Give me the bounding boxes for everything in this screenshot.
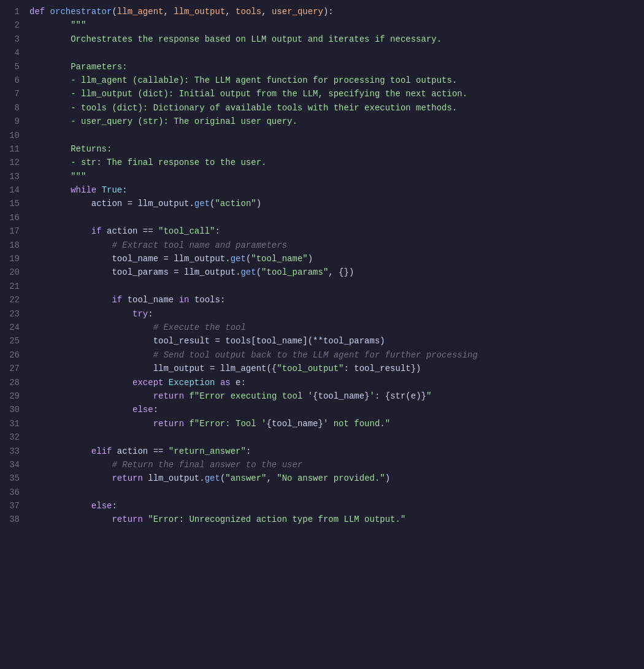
docstring-token: """ bbox=[71, 20, 86, 30]
line-number: 31 bbox=[0, 417, 20, 430]
method-token: get bbox=[231, 254, 246, 264]
plain-token bbox=[29, 226, 91, 236]
str-token: "tool_call" bbox=[158, 226, 215, 236]
line-number: 12 bbox=[0, 156, 20, 169]
line-number: 10 bbox=[0, 129, 20, 142]
docstring-token: - tools (dict): Dictionary of available … bbox=[29, 103, 457, 113]
plain-token: : bbox=[215, 226, 220, 236]
code-content[interactable]: def orchestrator(llm_agent, llm_output, … bbox=[29, 5, 644, 527]
str-token: "answer" bbox=[225, 473, 266, 483]
fstring-token: " bbox=[426, 391, 431, 401]
line-number: 11 bbox=[0, 142, 20, 156]
plain-token bbox=[29, 473, 112, 483]
line-number: 5 bbox=[0, 60, 20, 74]
plain-token: tools: bbox=[194, 295, 225, 305]
code-line bbox=[29, 486, 634, 499]
line-number: 4 bbox=[0, 46, 20, 59]
plain-token: ( bbox=[112, 7, 117, 17]
code-line: - user_query (str): The original user qu… bbox=[29, 115, 634, 128]
code-line: # Return the final answer to the user bbox=[29, 458, 634, 472]
docstring-token: - llm_agent (callable): The LLM agent fu… bbox=[29, 75, 457, 85]
plain-token: {str(e)} bbox=[385, 391, 426, 401]
code-line: tool_result = tools[tool_name](**tool_pa… bbox=[29, 334, 634, 348]
code-line: Parameters: bbox=[29, 60, 634, 74]
plain-token: llm_output = llm_agent({ bbox=[29, 364, 277, 373]
docstring-token: Returns: bbox=[29, 144, 112, 154]
code-line: else: bbox=[29, 499, 634, 513]
line-number: 23 bbox=[0, 307, 20, 321]
line-number: 24 bbox=[0, 321, 20, 334]
fstring-token: f"Error: Tool ' bbox=[189, 419, 266, 429]
plain-token bbox=[29, 295, 112, 305]
plain-token: e: bbox=[231, 378, 246, 388]
code-line: - tools (dict): Dictionary of available … bbox=[29, 101, 634, 115]
line-number: 38 bbox=[0, 513, 20, 526]
kw-token: else bbox=[132, 405, 153, 415]
param-token: llm_agent bbox=[117, 7, 164, 17]
docstring-token: - user_query (str): The original user qu… bbox=[29, 117, 297, 126]
kw-token: while bbox=[71, 185, 101, 195]
plain-token bbox=[29, 185, 71, 195]
code-line bbox=[29, 211, 634, 224]
line-number: 33 bbox=[0, 445, 20, 458]
code-line: """ bbox=[29, 18, 634, 32]
docstring-token: - str: The final response to the user. bbox=[29, 158, 266, 167]
code-line: # Send tool output back to the LLM agent… bbox=[29, 348, 634, 362]
kw-token: in bbox=[179, 295, 194, 305]
line-number: 16 bbox=[0, 211, 20, 224]
code-line bbox=[29, 430, 634, 444]
plain-token: tool_result = tools[tool_name](**tool_pa… bbox=[29, 336, 385, 346]
kw-token: return bbox=[112, 514, 148, 524]
fstring-token: f"Error executing tool ' bbox=[189, 391, 313, 401]
line-number: 36 bbox=[0, 486, 20, 499]
code-line bbox=[29, 129, 634, 142]
docstring-token: Orchestrates the response based on LLM o… bbox=[29, 34, 442, 44]
builtin-token: Exception bbox=[169, 378, 215, 388]
kw-token: elif bbox=[91, 446, 117, 456]
comment-token: # Execute the tool bbox=[153, 323, 246, 332]
kw-token: def bbox=[29, 7, 50, 17]
plain-token: : bbox=[246, 446, 251, 456]
plain-token bbox=[29, 323, 153, 332]
code-line: """ bbox=[29, 170, 634, 183]
plain-token: : bbox=[122, 185, 127, 195]
fstring-token: ' not found." bbox=[323, 419, 390, 429]
plain-token: tool_name bbox=[128, 295, 179, 305]
plain-token bbox=[29, 378, 132, 388]
param-token: llm_output bbox=[174, 7, 225, 17]
line-number: 13 bbox=[0, 170, 20, 183]
method-token: get bbox=[205, 473, 220, 483]
str-token: "tool_name" bbox=[251, 254, 307, 264]
line-number: 14 bbox=[0, 183, 20, 197]
code-line: return "Error: Unrecognized action type … bbox=[29, 513, 634, 526]
code-line: Orchestrates the response based on LLM o… bbox=[29, 32, 634, 46]
line-number: 18 bbox=[0, 239, 20, 252]
plain-token bbox=[29, 309, 132, 319]
code-line: - llm_agent (callable): The LLM agent fu… bbox=[29, 74, 634, 87]
line-number: 19 bbox=[0, 252, 20, 266]
plain-token bbox=[29, 240, 112, 250]
docstring-token: Parameters: bbox=[29, 62, 128, 72]
param-token: tools bbox=[236, 7, 261, 17]
plain-token: , {}) bbox=[328, 267, 354, 277]
kw-token: return bbox=[112, 473, 148, 483]
kw-token: else bbox=[91, 501, 112, 511]
code-line: tool_name = llm_output.get("tool_name") bbox=[29, 252, 634, 266]
kw-token: try bbox=[132, 309, 148, 319]
plain-token: tool_params = llm_output. bbox=[29, 267, 240, 277]
plain-token: : bbox=[112, 501, 117, 511]
plain-token: {tool_name} bbox=[266, 419, 323, 429]
plain-token: action = llm_output. bbox=[29, 199, 194, 208]
str-token: "return_answer" bbox=[169, 446, 246, 456]
code-line: except Exception as e: bbox=[29, 376, 634, 389]
plain-token: action == bbox=[107, 226, 158, 236]
plain-token bbox=[29, 20, 71, 30]
param-token: user_query bbox=[272, 7, 323, 17]
line-number: 7 bbox=[0, 87, 20, 101]
kw-token: return bbox=[153, 419, 190, 429]
line-number: 17 bbox=[0, 224, 20, 238]
comment-token: # Send tool output back to the LLM agent… bbox=[153, 350, 478, 360]
fn-token: orchestrator bbox=[50, 7, 112, 17]
code-line: action = llm_output.get("action") bbox=[29, 197, 634, 210]
plain-token bbox=[29, 405, 132, 415]
